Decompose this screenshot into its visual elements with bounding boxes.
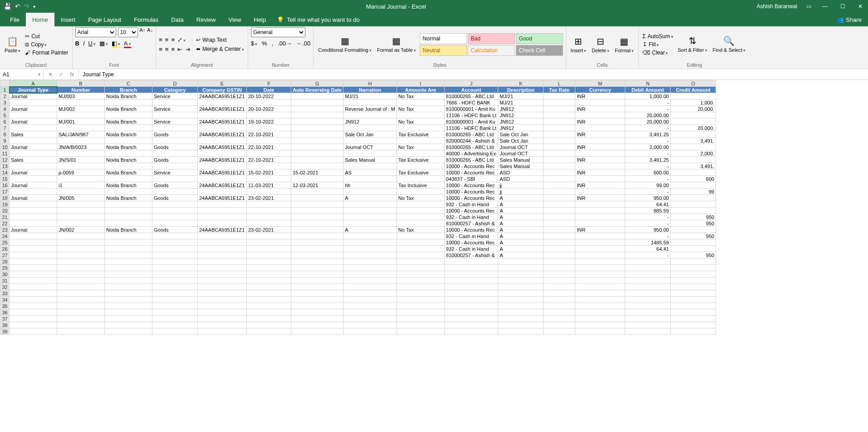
cell[interactable]: SAL/JAN/987 [57,131,105,138]
cell[interactable]: INR [575,182,625,189]
cell[interactable] [57,328,105,335]
cell[interactable]: Journal OCT [498,144,544,150]
cell[interactable] [343,297,397,303]
cell[interactable] [105,233,152,239]
row-header[interactable]: 10 [0,144,10,150]
tab-insert[interactable]: Insert [54,13,82,26]
cell[interactable] [105,328,152,335]
cell[interactable] [575,163,625,169]
cell[interactable] [105,265,152,271]
cell[interactable] [544,290,575,297]
cell[interactable] [291,131,343,138]
cell[interactable] [498,278,544,284]
cell[interactable] [105,189,152,195]
row-header[interactable]: 16 [0,182,10,189]
cell[interactable]: 810000265 - ABC Ltd [444,157,498,163]
cell[interactable]: Noida Branch [105,169,152,176]
cell[interactable] [544,195,575,201]
cell[interactable] [498,322,544,328]
cell[interactable]: A [343,227,397,233]
cell[interactable] [57,189,105,195]
row-header[interactable]: 15 [0,176,10,182]
cell[interactable] [544,176,575,182]
align-middle-icon[interactable]: ≡ [165,36,169,43]
cell[interactable]: 20-10-2022 [247,106,291,112]
cell[interactable] [198,201,247,208]
col-header-A[interactable]: A [10,80,57,87]
cell[interactable]: Tax Exclusive [397,131,444,138]
cell[interactable] [291,163,343,169]
cell[interactable]: Service [152,169,198,176]
cell[interactable]: - [625,106,671,112]
cell[interactable] [575,189,625,195]
cell[interactable]: p-0059 [57,169,105,176]
enter-formula-icon[interactable]: ✓ [59,71,64,78]
cell[interactable] [544,163,575,169]
cell[interactable] [105,125,152,131]
currency-icon[interactable]: $ [251,40,257,47]
tab-formulas[interactable]: Formulas [128,13,165,26]
cell[interactable] [198,271,247,278]
cell[interactable] [10,265,57,271]
cell[interactable]: Journal [10,144,57,150]
cell[interactable] [10,99,57,106]
cell[interactable]: 24AABCA5951E1Z1 [198,195,247,201]
fill-color-button[interactable]: ◧ [112,40,120,48]
font-name-select[interactable]: Arial [75,27,116,37]
cell[interactable] [671,309,716,316]
cell[interactable] [247,297,291,303]
style-good[interactable]: Good [516,33,563,44]
cell[interactable] [291,214,343,220]
save-icon[interactable]: 💾 [4,3,11,10]
cell[interactable] [291,93,343,99]
row-header[interactable]: 22 [0,220,10,227]
row-header[interactable]: 2 [0,93,10,99]
cell[interactable]: 3,491.25 [625,157,671,163]
cell[interactable] [397,252,444,258]
cell[interactable]: A [498,246,544,252]
cell[interactable] [575,284,625,290]
cell[interactable]: 810000257 - Ashish & [444,220,498,227]
cell[interactable] [10,278,57,284]
cell[interactable] [544,265,575,271]
cell[interactable] [291,328,343,335]
cell[interactable] [57,150,105,157]
cell[interactable] [152,322,198,328]
cell[interactable]: JN912 [343,119,397,125]
cell[interactable] [625,290,671,297]
cell[interactable] [291,316,343,322]
cell[interactable]: INR [575,144,625,150]
cell[interactable] [498,265,544,271]
cell[interactable] [105,214,152,220]
cell[interactable]: Goods [152,157,198,163]
cell[interactable]: A [498,201,544,208]
header-cell[interactable]: Branch [105,87,152,93]
cell[interactable]: MJ/21 [498,93,544,99]
cell[interactable]: 10000 - Accounts Rec [444,239,498,246]
orientation-icon[interactable]: ⤢ [177,36,186,43]
cell[interactable]: A [498,252,544,258]
row-header[interactable]: 37 [0,316,10,322]
cell[interactable] [575,138,625,144]
user-name[interactable]: Ashish Baranwal [757,3,797,10]
col-header-G[interactable]: G [291,80,343,87]
cell[interactable] [198,125,247,131]
col-header-I[interactable]: I [397,80,444,87]
cell[interactable] [544,271,575,278]
cell[interactable] [198,328,247,335]
cell[interactable]: 24AABCA5951E1Z1 [198,227,247,233]
cell[interactable] [10,252,57,258]
cell[interactable]: 10000 - Accounts Rec [444,195,498,201]
cell[interactable] [57,220,105,227]
format-as-table-button[interactable]: ▦ Format as Table [375,35,418,54]
cell[interactable] [343,189,397,195]
row-header[interactable]: 38 [0,322,10,328]
cell[interactable]: 3,491. [671,163,716,169]
cell[interactable]: INR [575,106,625,112]
cell[interactable] [498,258,544,265]
col-header-M[interactable]: M [575,80,625,87]
cell[interactable]: - [625,150,671,157]
cell[interactable] [671,278,716,284]
cell[interactable] [291,144,343,150]
cell[interactable] [291,220,343,227]
